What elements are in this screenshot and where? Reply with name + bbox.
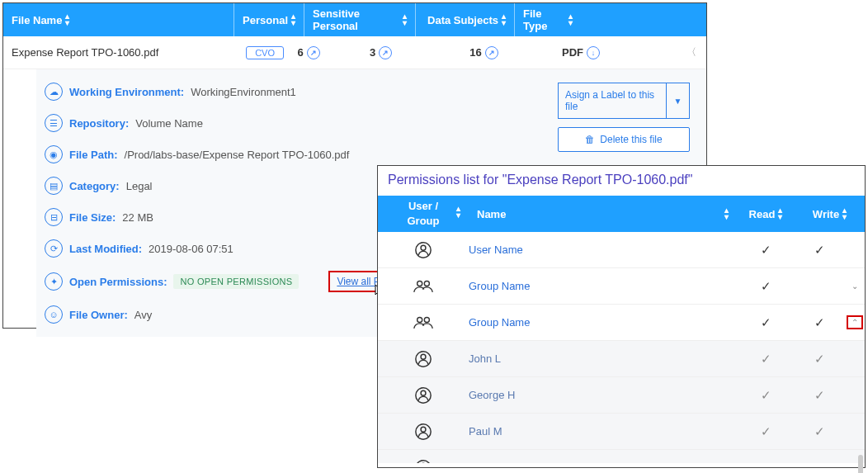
person-icon <box>414 386 432 404</box>
sort-icon[interactable] <box>403 13 407 26</box>
file-name: Expense Report TPO-1060.pdf <box>3 46 234 59</box>
file-row[interactable]: Expense Report TPO-1060.pdf CVO 6↗ 3↗ 16… <box>3 36 706 69</box>
permission-name: George H <box>469 389 737 401</box>
write-check: ✓ <box>795 315 844 330</box>
read-check: ✓ <box>737 388 795 403</box>
table-header: File Name Personal Sensitive Personal Da… <box>3 3 706 36</box>
owner-icon: ☺ <box>45 305 63 324</box>
col-file-name[interactable]: File Name <box>3 3 234 36</box>
sensitive-count: 3 <box>370 46 375 59</box>
col-name[interactable]: Name <box>469 196 737 232</box>
env-label: Working Environment: <box>69 86 184 98</box>
sort-icon[interactable] <box>568 13 573 26</box>
group-icon <box>413 314 434 332</box>
write-check: ✓ <box>795 424 844 439</box>
path-value: /Prod/labs-base/Expense Report TPO-1060.… <box>125 149 350 161</box>
permissions-list: User Name✓✓Group Name✓⌄Group Name✓✓⌃John… <box>378 232 865 463</box>
sort-icon[interactable] <box>842 207 847 220</box>
write-check: ✓ <box>795 243 844 258</box>
read-check: ✓ <box>737 315 795 330</box>
collapse-icon[interactable]: 〈 <box>686 45 706 59</box>
dropdown-icon[interactable]: ▼ <box>667 83 690 119</box>
modified-value: 2019-08-06 07:51 <box>149 243 234 255</box>
permission-row: George H✓✓ <box>378 377 865 414</box>
permissions-icon: ✦ <box>45 272 63 291</box>
sort-icon[interactable] <box>724 207 729 220</box>
permission-name: Group Name <box>469 316 737 329</box>
person-icon <box>414 241 432 259</box>
write-check: ✓ <box>795 352 844 367</box>
sort-icon[interactable] <box>502 13 506 26</box>
read-check: ✓ <box>737 279 795 294</box>
permission-row: John L✓✓ <box>378 341 865 377</box>
col-write[interactable]: Write <box>795 196 865 232</box>
sort-icon[interactable] <box>291 13 295 26</box>
env-value: WorkingEnvironment1 <box>191 86 296 98</box>
modified-label: Last Modified: <box>69 243 142 255</box>
category-icon: ▤ <box>45 177 63 195</box>
permission-row: Paul M✓✓ <box>378 414 865 450</box>
repository-icon: ☰ <box>45 114 63 132</box>
permissions-header: User /Group Name Read Write <box>378 196 865 232</box>
owner-label: File Owner: <box>69 309 128 321</box>
sort-icon[interactable] <box>65 13 69 26</box>
trash-icon: 🗑 <box>585 134 595 145</box>
permission-row: User Name✓✓ <box>378 232 865 268</box>
person-icon <box>414 350 432 368</box>
repo-value: Volume Name <box>135 117 203 130</box>
read-check: ✓ <box>737 243 795 258</box>
chevron-up-icon[interactable]: ⌃ <box>851 318 858 327</box>
personal-count: 6 <box>297 46 303 59</box>
permission-name: User Name <box>469 244 737 256</box>
permission-name: Ringo S <box>469 461 737 463</box>
subjects-count: 16 <box>469 46 481 59</box>
col-file-type[interactable]: File Type <box>515 3 581 36</box>
size-value: 22 MB <box>122 211 153 224</box>
path-label: File Path: <box>69 149 118 161</box>
read-check: ✓ <box>737 424 795 439</box>
chevron-down-icon[interactable]: ⌄ <box>851 281 858 291</box>
file-type: PDF <box>562 46 583 59</box>
col-read[interactable]: Read <box>737 196 795 232</box>
permissions-panel: Permissions list for "Expense Report TPO… <box>377 165 866 468</box>
expand-icon[interactable]: ↗ <box>379 46 392 59</box>
size-icon: ⊟ <box>45 208 63 226</box>
assign-label-button[interactable]: Asign a Label to this file ▼ <box>558 83 690 119</box>
permission-row: Ringo S✓✓ <box>378 450 865 463</box>
person-icon <box>414 423 432 441</box>
size-label: File Size: <box>69 211 116 224</box>
write-check: ✓ <box>795 461 844 464</box>
col-subjects[interactable]: Data Subjects <box>416 3 515 36</box>
permissions-label: Open Permissions: <box>69 276 167 288</box>
permission-name: John L <box>469 352 737 365</box>
sort-icon[interactable] <box>456 206 460 219</box>
owner-value: Avy <box>134 309 152 321</box>
write-check: ✓ <box>795 388 844 403</box>
delete-file-button[interactable]: 🗑Delete this file <box>558 127 690 152</box>
category-label: Category: <box>69 180 120 192</box>
permission-name: Paul M <box>469 425 737 438</box>
permissions-title: Permissions list for "Expense Report TPO… <box>378 166 865 196</box>
storage-badge: CVO <box>246 46 284 59</box>
group-icon <box>413 277 434 296</box>
download-icon[interactable]: ↓ <box>587 46 600 59</box>
highlight-box: ⌃ <box>847 315 863 329</box>
col-user-group[interactable]: User /Group <box>378 196 469 232</box>
person-icon <box>414 459 432 464</box>
no-permissions-badge: NO OPEN PERMISSIONS <box>173 274 299 289</box>
read-check: ✓ <box>737 352 795 367</box>
modified-icon: ⟳ <box>45 239 63 258</box>
read-check: ✓ <box>737 461 795 464</box>
path-icon: ◉ <box>45 145 63 163</box>
sort-icon[interactable] <box>778 207 782 220</box>
expand-icon[interactable]: ↗ <box>485 46 498 59</box>
permission-name: Group Name <box>469 280 737 292</box>
scrollbar[interactable] <box>858 455 863 473</box>
repo-label: Repository: <box>69 117 129 130</box>
expand-icon[interactable]: ↗ <box>307 46 320 59</box>
cloud-icon: ☁ <box>45 83 63 101</box>
permission-row: Group Name✓✓⌃ <box>378 305 865 341</box>
col-sensitive[interactable]: Sensitive Personal <box>304 3 416 36</box>
col-personal[interactable]: Personal <box>234 3 304 36</box>
category-value: Legal <box>126 180 153 192</box>
